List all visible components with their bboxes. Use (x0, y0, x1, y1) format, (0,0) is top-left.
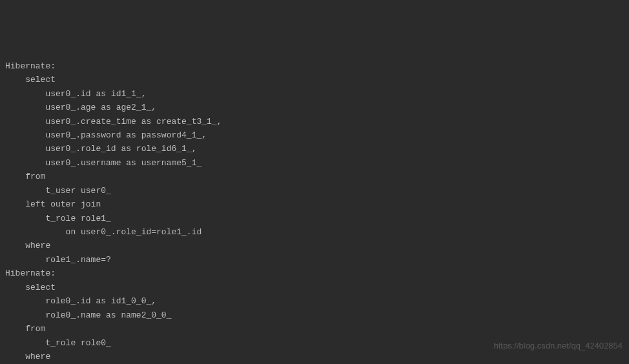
code-line: from (0, 170, 629, 183)
code-line: t_user user0_ (0, 184, 629, 197)
code-block: Hibernate: select user0_.id as id1_1_, u… (0, 59, 629, 364)
code-line: select (0, 73, 629, 86)
code-line: t_role role0_ (0, 336, 629, 350)
code-line: on user0_.role_id=role1_.id (0, 225, 629, 239)
code-line: user0_.role_id as role_id6_1_, (0, 142, 629, 156)
code-line: where (0, 350, 629, 363)
code-line: Hibernate: (0, 59, 629, 73)
code-line: role0_.id as id1_0_0_, (0, 294, 629, 308)
code-line: Hibernate: (0, 267, 629, 280)
code-line: user0_.id as id1_1_, (0, 87, 629, 101)
code-line: user0_.age as age2_1_, (0, 101, 629, 114)
code-line: from (0, 322, 629, 336)
code-line: user0_.password as password4_1_, (0, 128, 629, 142)
code-line: user0_.username as username5_1_ (0, 156, 629, 170)
code-line: role0_.name as name2_0_0_ (0, 308, 629, 322)
code-line: where (0, 239, 629, 252)
code-line: t_role role1_ (0, 212, 629, 225)
code-line: select (0, 281, 629, 294)
code-line: role1_.name=? (0, 253, 629, 267)
code-line: left outer join (0, 197, 629, 211)
code-line: user0_.create_time as create_t3_1_, (0, 115, 629, 128)
